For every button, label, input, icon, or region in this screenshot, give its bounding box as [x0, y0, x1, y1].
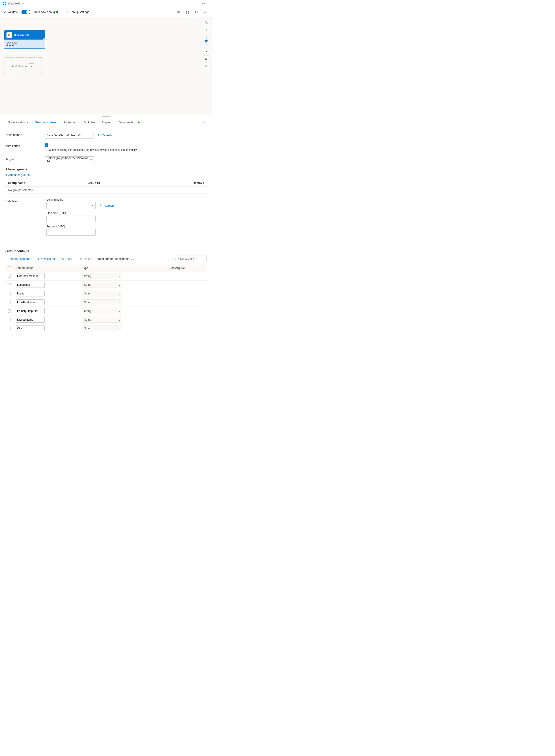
fit-screen-button[interactable]: ⊡: [203, 55, 209, 62]
auto-flatten-checkbox[interactable]: ✓: [45, 144, 48, 147]
zoom-track: [206, 35, 207, 46]
search-button[interactable]: 🔍: [203, 19, 209, 26]
m365source-node[interactable]: M M365Source Columns: 0 total +: [4, 30, 45, 49]
end-time-input[interactable]: [46, 229, 95, 236]
select-all-button[interactable]: ⊞: [203, 63, 209, 69]
select-all-checkbox-header[interactable]: [5, 265, 13, 272]
node-header: M M365Source: [4, 31, 45, 40]
column-name-dropdown[interactable]: ∨: [46, 202, 95, 209]
col-name-input[interactable]: [16, 273, 45, 279]
panel-collapse-button[interactable]: ∧: [201, 119, 208, 126]
date-filter-label: Date filter: [5, 198, 41, 203]
table-name-refresh-button[interactable]: ↻ Refresh: [96, 132, 114, 138]
zoom-in-button[interactable]: +: [203, 27, 209, 33]
col-type-dropdown[interactable]: String ∨: [82, 282, 122, 288]
row-checkbox[interactable]: [8, 309, 11, 313]
tab-optimize[interactable]: Optimize: [80, 118, 98, 127]
column-name-refresh-button[interactable]: ↻ Refresh: [98, 203, 116, 208]
col-name-input[interactable]: [16, 308, 45, 314]
col-type-cell: String ∨: [80, 289, 169, 298]
tab-inspect[interactable]: Inspect: [98, 118, 115, 127]
title-bar-title: dataflow1: [8, 2, 20, 5]
col-type-cell: String ∨: [80, 272, 169, 281]
row-checkbox[interactable]: [8, 292, 11, 295]
filter-columns-input[interactable]: [178, 257, 205, 260]
row-checkbox[interactable]: [8, 327, 11, 330]
start-time-group: Start time (UTC): [46, 211, 116, 222]
row-checkbox[interactable]: [8, 318, 11, 321]
table-view-button[interactable]: ⊟: [193, 9, 200, 15]
add-source-label: Add Source: [12, 65, 27, 68]
start-time-input[interactable]: [46, 215, 95, 222]
title-bar: dataflow1 ✏ ···: [0, 0, 212, 7]
output-toolbar: ← Import schema + New column ↻ Clear 🗑 D…: [5, 255, 207, 262]
node-icon: M: [6, 32, 12, 38]
tab-data-preview[interactable]: Data preview: [115, 118, 143, 127]
allowed-groups-title: Allowed groups: [5, 167, 207, 171]
toggle-knob: [26, 10, 30, 14]
required-indicator: *: [21, 133, 22, 136]
auto-flatten-warning: ⚠ When checking this checkbox, the row c…: [45, 148, 137, 152]
type-chevron-icon: ∨: [119, 310, 120, 312]
more-icon[interactable]: ···: [207, 2, 209, 5]
code-view-button[interactable]: { }: [184, 9, 191, 15]
collapse-handle[interactable]: [0, 115, 212, 118]
grid-view-button[interactable]: ⊞: [175, 9, 182, 15]
col-name-input[interactable]: [16, 282, 45, 288]
col-description-cell: [169, 307, 207, 315]
col-name-cell: [13, 315, 80, 324]
col-name-input[interactable]: [16, 300, 45, 305]
toolbar-sep-2: [76, 256, 76, 261]
tab-source-options[interactable]: Source options: [32, 118, 60, 127]
debug-settings-label: Debug Settings: [70, 10, 89, 14]
table-name-dropdown[interactable]: BasicDataSet_v0.User_v0 ∨: [45, 132, 94, 138]
delete-button[interactable]: 🗑 Delete: [78, 256, 94, 262]
col-type-dropdown[interactable]: String ∨: [82, 317, 122, 323]
add-source-node[interactable]: Add Source ∨: [4, 57, 42, 75]
filter-columns-group: ▽: [173, 255, 207, 262]
tab-projection[interactable]: Projection: [60, 118, 80, 127]
node-title: M365Source: [14, 34, 30, 37]
col-name-input[interactable]: [16, 317, 45, 323]
data-preview-dot: [138, 122, 139, 123]
row-checkbox[interactable]: [8, 283, 11, 286]
title-bar-actions: ✏ ···: [202, 2, 209, 5]
row-checkbox-cell: [5, 281, 13, 289]
type-chevron-icon: ∨: [119, 292, 120, 295]
validate-button[interactable]: ✓ Validate: [4, 10, 18, 14]
row-checkbox[interactable]: [8, 301, 11, 304]
col-type-dropdown[interactable]: String ∨: [82, 308, 122, 314]
col-name-input[interactable]: [16, 325, 45, 331]
col-type-dropdown[interactable]: String ∨: [82, 273, 122, 279]
header-checkbox[interactable]: [8, 266, 11, 270]
col-type-dropdown[interactable]: String ∨: [82, 291, 122, 296]
col-type-dropdown[interactable]: String ∨: [82, 300, 122, 305]
row-checkbox-cell: [5, 289, 13, 298]
debug-settings-button[interactable]: ⬡ Debug Settings: [66, 10, 89, 14]
zoom-out-button[interactable]: −: [203, 48, 209, 54]
auto-flatten-label: Auto flatten: [5, 143, 41, 148]
col-name-cell: [13, 281, 80, 289]
new-column-button[interactable]: + New column: [36, 256, 58, 262]
zoom-thumb: [205, 40, 208, 42]
more-options-button[interactable]: ···: [202, 9, 209, 15]
row-checkbox[interactable]: [8, 275, 11, 278]
edit-icon[interactable]: ✏: [202, 2, 205, 5]
col-type-dropdown[interactable]: String ∨: [82, 325, 122, 331]
date-filter-fields: Column name ∨ ↻ Refresh Start ti: [46, 198, 116, 236]
import-schema-button[interactable]: ← Import schema: [5, 256, 32, 262]
refresh-icon: ↻: [98, 133, 100, 137]
zoom-slider[interactable]: [203, 34, 209, 47]
debug-toggle[interactable]: [22, 10, 30, 14]
col-name-input[interactable]: [16, 291, 45, 296]
clear-button[interactable]: ↻ Clear: [60, 256, 74, 262]
node-connector[interactable]: +: [43, 38, 46, 41]
date-filter-row: Date filter Column name ∨ ↻ Refresh: [5, 198, 207, 236]
groups-table: Group name Group ID Remove No groups sel…: [5, 180, 207, 194]
scope-dropdown[interactable]: Select groups from the Microsoft 36... ∨: [45, 156, 94, 163]
columns-value: 0 total: [6, 44, 43, 47]
tab-source-settings[interactable]: Source settings: [4, 118, 32, 127]
add-user-groups-button[interactable]: + Add user groups: [5, 173, 207, 177]
auto-flatten-controls: ✓ ⚠ When checking this checkbox, the row…: [45, 143, 137, 152]
toolbar-sep-3: [96, 256, 96, 261]
